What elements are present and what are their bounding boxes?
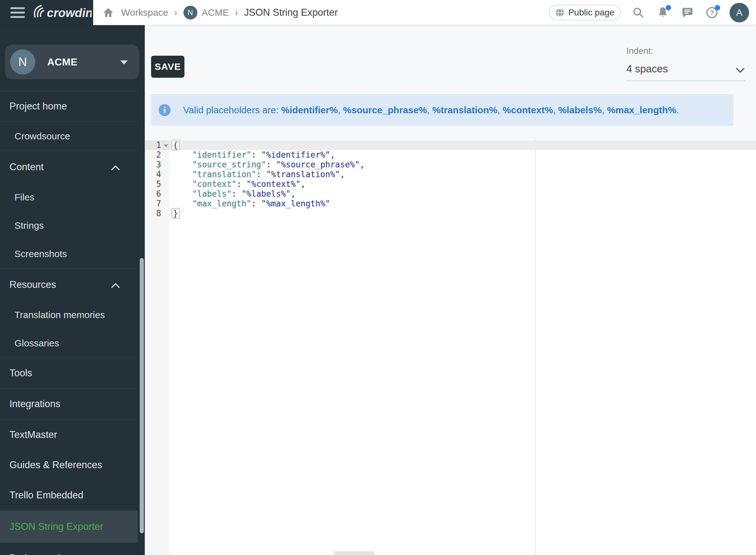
code-text: "translation": "%translation%", [169, 170, 345, 179]
sidebar-item-textmaster[interactable]: TextMaster [0, 420, 137, 450]
code-line-3[interactable]: 3 "source_string": "%source_phrase%", [145, 160, 756, 170]
code-text: "labels": "%labels%", [169, 189, 296, 199]
svg-text:crowdin: crowdin [47, 6, 92, 19]
code-line-2[interactable]: 2 "identifier": "%identifier%", [145, 150, 756, 160]
code-line-4[interactable]: 4 "translation": "%translation%", [145, 170, 756, 179]
code-text: "max_length": "%max_length%" [169, 199, 330, 209]
code-text: "context": "%context%", [169, 179, 306, 189]
main-content: SAVE Indent: 4 spaces i Valid placeholde… [145, 25, 756, 555]
banner-text: Valid placeholders are: %identifier%, %s… [183, 105, 679, 116]
sidebar-item-label: Files [14, 192, 34, 203]
sidebar-scrollbar[interactable] [140, 258, 144, 533]
chevron-down-icon [120, 60, 128, 65]
sidebar-item-label: Project home [9, 101, 67, 112]
sidebar-item-label: Integrations [9, 398, 60, 410]
sidebar-item-screenshots[interactable]: Screenshots [0, 240, 137, 268]
sidebar-item-label: Content [9, 161, 44, 173]
sidebar-item-json-string-exporter[interactable]: JSON String Exporter [0, 511, 137, 543]
code-rows: 1{2 "identifier": "%identifier%",3 "sour… [145, 140, 756, 218]
breadcrumb-project-link[interactable]: N ACME [183, 6, 229, 19]
sidebar-item-crowdsource[interactable]: Crowdsource [0, 122, 137, 151]
sidebar-item-project-home[interactable]: Project home [0, 91, 137, 121]
sidebar-group: Integrations [0, 388, 137, 419]
sidebar-menu: Project homeCrowdsourceContentFilesStrin… [0, 91, 137, 555]
code-text: "source_string": "%source_phrase%", [169, 160, 365, 170]
code-line-7[interactable]: 7 "max_length": "%max_length%" [145, 199, 756, 209]
sidebar-item-label: Screenshots [14, 249, 67, 259]
sidebar-item-label: Guides & References [9, 459, 102, 471]
sidebar-item-files[interactable]: Files [0, 183, 137, 211]
indent-label: Indent: [626, 46, 745, 56]
chevron-up-icon [112, 165, 119, 172]
notification-badge [666, 5, 671, 10]
sidebar-group: Tools [0, 357, 137, 388]
sidebar-item-label: Project settings [9, 553, 76, 555]
hamburger-menu-button[interactable] [10, 7, 25, 18]
chevron-up-icon [112, 283, 119, 290]
home-icon[interactable] [101, 6, 115, 19]
code-line-6[interactable]: 6 "labels": "%labels%", [145, 189, 756, 199]
sidebar-item-label: Trello Embedded [9, 489, 83, 501]
public-page-label: Public page [569, 7, 614, 17]
indent-setting: Indent: 4 spaces [626, 46, 745, 81]
sidebar-item-label: Resources [9, 279, 56, 290]
code-line-5[interactable]: 5 "context": "%context%", [145, 179, 756, 189]
notifications-button[interactable] [656, 6, 670, 19]
sidebar-item-glossaries[interactable]: Glossaries [0, 329, 137, 357]
breadcrumb-workspace-link[interactable]: Workspace [121, 7, 168, 18]
indent-select[interactable]: 4 spaces [626, 63, 745, 81]
code-line-8[interactable]: 8} [145, 209, 756, 218]
svg-text:?: ? [710, 9, 714, 17]
sidebar-group: Project home [0, 91, 137, 121]
org-avatar: N [10, 49, 35, 75]
fold-arrow-icon[interactable] [164, 144, 168, 147]
sidebar-item-label: JSON String Exporter [9, 521, 103, 532]
sidebar-item-guides-references[interactable]: Guides & References [0, 450, 137, 480]
user-avatar[interactable]: A [729, 3, 749, 22]
messages-button[interactable] [680, 6, 694, 19]
page-title: JSON String Exporter [244, 7, 338, 18]
sidebar-item-integrations[interactable]: Integrations [0, 389, 137, 419]
org-name: ACME [47, 56, 77, 68]
code-editor[interactable]: 1{2 "identifier": "%identifier%",3 "sour… [145, 139, 756, 555]
sidebar: N ACME Project homeCrowdsourceContentFil… [0, 25, 145, 555]
placeholder-token: %translation% [432, 105, 497, 115]
sidebar-item-tools[interactable]: Tools [0, 358, 137, 388]
line-number: 3 [145, 160, 169, 170]
sidebar-item-project-settings[interactable]: Project settings [0, 543, 137, 555]
code-text: } [169, 209, 180, 218]
sidebar-group: ResourcesTranslation memoriesGlossaries [0, 268, 137, 357]
help-badge [715, 5, 720, 10]
placeholder-token: %context% [503, 105, 553, 115]
code-line-1[interactable]: 1{ [145, 140, 756, 150]
line-number: 4 [145, 170, 169, 179]
sidebar-item-resources[interactable]: Resources [0, 269, 137, 301]
org-switcher[interactable]: N ACME [5, 45, 139, 79]
placeholder-token: %identifier% [281, 105, 338, 115]
sidebar-item-strings[interactable]: Strings [0, 211, 137, 240]
code-text: "identifier": "%identifier%", [169, 150, 335, 160]
save-button[interactable]: SAVE [151, 56, 184, 78]
project-avatar: N [183, 6, 197, 19]
crowdin-app: crowdin Workspace › N ACME › JSON String… [0, 0, 756, 555]
sidebar-item-label: Tools [9, 368, 32, 379]
public-page-button[interactable]: Public page [549, 5, 621, 20]
editor-horizontal-scrollbar[interactable] [334, 551, 375, 555]
brand-block: crowdin [0, 0, 93, 25]
search-button[interactable] [631, 6, 645, 19]
sidebar-item-label: TextMaster [9, 429, 57, 440]
placeholder-token: %max_length% [607, 105, 676, 115]
search-icon [632, 7, 644, 18]
crowdin-logo: crowdin [32, 4, 92, 21]
help-button[interactable]: ? [705, 6, 719, 19]
placeholder-token: %source_phrase% [343, 105, 427, 115]
sidebar-item-trello-embedded[interactable]: Trello Embedded [0, 480, 137, 510]
sidebar-item-content[interactable]: Content [0, 151, 137, 183]
info-banner: i Valid placeholders are: %identifier%, … [151, 94, 733, 126]
sidebar-item-translation-memories[interactable]: Translation memories [0, 301, 137, 329]
breadcrumb-project-label: ACME [202, 7, 229, 18]
placeholder-token: %labels% [558, 105, 602, 115]
code-text: { [169, 140, 180, 150]
line-number: 7 [145, 199, 169, 209]
line-number: 6 [145, 189, 169, 199]
